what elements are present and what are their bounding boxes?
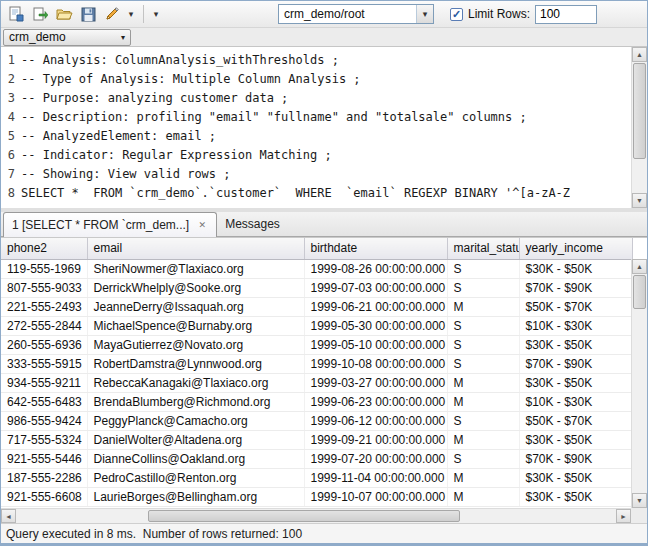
table-row[interactable]: 921-555-6608 LaurieBorges@Bellingham.org… [1,487,632,506]
table-horizontal-scrollbar[interactable]: ◄ ► [1,508,631,523]
cell-yearly-income[interactable]: $70K - $90K [519,354,632,373]
cell-phone2[interactable]: 333-555-5915 [1,354,87,373]
cell-marital-status[interactable]: S [447,278,519,297]
cell-phone2[interactable]: 260-555-6936 [1,335,87,354]
cell-email[interactable]: LaurieBorges@Bellingham.org [87,487,304,506]
table-row[interactable]: 260-555-6936 MayaGutierrez@Novato.org 19… [1,335,632,354]
editor-vertical-scrollbar[interactable]: ▲ ▼ [631,47,647,208]
tab-messages[interactable]: Messages [217,212,288,236]
cell-yearly-income[interactable]: $70K - $90K [519,278,632,297]
cell-birthdate[interactable]: 1999-06-12 00:00:00.000 [304,411,447,430]
history-dropdown-icon[interactable]: ▾ [125,3,137,25]
cell-yearly-income[interactable]: $70K - $90K [519,449,632,468]
cell-email[interactable]: MayaGutierrez@Novato.org [87,335,304,354]
cell-birthdate[interactable]: 1999-06-21 00:00:00.000 [304,297,447,316]
cell-marital-status[interactable]: M [447,392,519,411]
cell-birthdate[interactable]: 1999-07-20 00:00:00.000 [304,449,447,468]
scroll-up-icon[interactable]: ▲ [632,47,647,62]
table-row[interactable]: 921-555-5446 DianneCollins@Oakland.org 1… [1,449,632,468]
column-header[interactable]: yearly_income [519,238,632,259]
scroll-up-icon[interactable]: ▲ [632,259,647,274]
table-scrollbar-thumb[interactable] [633,275,646,309]
limit-rows-checkbox[interactable]: ✓ [450,8,463,21]
table-row[interactable]: 807-555-9033 DerrickWhelply@Sooke.org 19… [1,278,632,297]
edit-icon[interactable] [101,3,123,25]
horizontal-scroll-track[interactable] [16,509,616,523]
cell-email[interactable]: DerrickWhelply@Sooke.org [87,278,304,297]
cell-marital-status[interactable]: S [447,449,519,468]
connection-dropdown[interactable]: crm_demo/root ▾ [278,4,434,24]
cell-marital-status[interactable]: S [447,354,519,373]
cell-birthdate[interactable]: 1999-10-08 00:00:00.000 [304,354,447,373]
open-folder-icon[interactable] [53,3,75,25]
cell-email[interactable]: BrendaBlumberg@Richmond.org [87,392,304,411]
table-row[interactable]: 986-555-9424 PeggyPlanck@Camacho.org 199… [1,411,632,430]
export-icon[interactable] [29,3,51,25]
cell-phone2[interactable]: 187-555-2286 [1,468,87,487]
cell-phone2[interactable]: 921-555-5446 [1,449,87,468]
table-row[interactable]: 272-555-2844 MichaelSpence@Burnaby.org 1… [1,316,632,335]
tab-result-set[interactable]: 1 [SELECT * FROM `crm_dem...] ✕ [3,212,217,237]
cell-marital-status[interactable]: M [447,430,519,449]
cell-birthdate[interactable]: 1999-05-30 00:00:00.000 [304,316,447,335]
cell-yearly-income[interactable]: $30K - $50K [519,468,632,487]
cell-yearly-income[interactable]: $30K - $50K [519,430,632,449]
cell-phone2[interactable]: 934-555-9211 [1,373,87,392]
cell-yearly-income[interactable]: $30K - $50K [519,259,632,278]
cell-birthdate[interactable]: 1999-10-07 00:00:00.000 [304,487,447,506]
cell-phone2[interactable]: 717-555-5324 [1,430,87,449]
cell-phone2[interactable]: 921-555-6608 [1,487,87,506]
cell-yearly-income[interactable]: $30K - $50K [519,335,632,354]
scroll-down-icon[interactable]: ▼ [632,493,647,508]
table-row[interactable]: 934-555-9211 RebeccaKanagaki@Tlaxiaco.or… [1,373,632,392]
table-row[interactable]: 187-555-2286 PedroCastillo@Renton.org 19… [1,468,632,487]
cell-email[interactable]: PedroCastillo@Renton.org [87,468,304,487]
cell-marital-status[interactable]: S [447,411,519,430]
schema-dropdown[interactable]: crm_demo ▾ [3,29,131,46]
chevron-down-icon[interactable]: ▾ [416,5,433,23]
scroll-right-icon[interactable]: ► [616,509,631,523]
cell-email[interactable]: DianneCollins@Oakland.org [87,449,304,468]
scroll-left-icon[interactable]: ◄ [1,509,16,523]
limit-rows-input[interactable] [535,5,597,24]
cell-email[interactable]: RobertDamstra@Lynnwood.org [87,354,304,373]
scroll-down-icon[interactable]: ▼ [632,193,647,208]
cell-marital-status[interactable]: S [447,335,519,354]
column-header[interactable]: phone2 [1,238,87,259]
cell-marital-status[interactable]: M [447,468,519,487]
table-row[interactable]: 642-555-6483 BrendaBlumberg@Richmond.org… [1,392,632,411]
column-header[interactable]: birthdate [304,238,447,259]
cell-yearly-income[interactable]: $10K - $30K [519,316,632,335]
cell-marital-status[interactable]: M [447,373,519,392]
save-icon[interactable] [77,3,99,25]
cell-yearly-income[interactable]: $30K - $50K [519,487,632,506]
cell-email[interactable]: MichaelSpence@Burnaby.org [87,316,304,335]
cell-email[interactable]: RebeccaKanagaki@Tlaxiaco.org [87,373,304,392]
table-row[interactable]: 221-555-2493 JeanneDerry@Issaquah.org 19… [1,297,632,316]
cell-marital-status[interactable]: M [447,297,519,316]
cell-birthdate[interactable]: 1999-06-23 00:00:00.000 [304,392,447,411]
cell-birthdate[interactable]: 1999-07-03 00:00:00.000 [304,278,447,297]
cell-email[interactable]: JeanneDerry@Issaquah.org [87,297,304,316]
table-vertical-scrollbar[interactable]: ▲ ▼ [631,259,647,508]
actions-dropdown-icon[interactable]: ▾ [150,3,162,25]
cell-birthdate[interactable]: 1999-08-26 00:00:00.000 [304,259,447,278]
new-sql-icon[interactable] [5,3,27,25]
cell-marital-status[interactable]: M [447,487,519,506]
cell-yearly-income[interactable]: $50K - $70K [519,297,632,316]
cell-birthdate[interactable]: 1999-05-10 00:00:00.000 [304,335,447,354]
cell-marital-status[interactable]: S [447,259,519,278]
cell-phone2[interactable]: 986-555-9424 [1,411,87,430]
cell-yearly-income[interactable]: $10K - $30K [519,392,632,411]
cell-phone2[interactable]: 642-555-6483 [1,392,87,411]
cell-phone2[interactable]: 272-555-2844 [1,316,87,335]
column-header[interactable]: email [87,238,304,259]
sql-editor[interactable]: 1 -- Analysis: ColumnAnalysis_withThresh… [1,47,647,208]
horizontal-scrollbar-thumb[interactable] [148,510,460,522]
cell-yearly-income[interactable]: $30K - $50K [519,373,632,392]
cell-marital-status[interactable]: S [447,316,519,335]
cell-birthdate[interactable]: 1999-03-27 00:00:00.000 [304,373,447,392]
editor-scrollbar-thumb[interactable] [633,63,646,159]
cell-phone2[interactable]: 221-555-2493 [1,297,87,316]
cell-email[interactable]: SheriNowmer@Tlaxiaco.org [87,259,304,278]
